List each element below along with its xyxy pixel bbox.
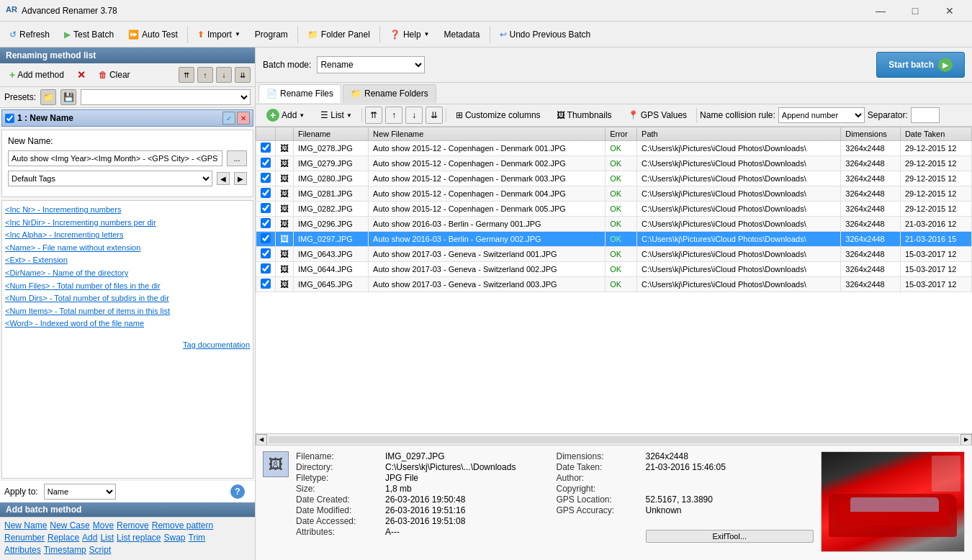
row-checkbox[interactable] <box>261 203 271 213</box>
undo-previous-batch-button[interactable]: ↩ Undo Previous Batch <box>493 24 598 45</box>
attributes-batch-btn[interactable]: Attributes <box>4 545 41 555</box>
new-name-input[interactable] <box>8 150 222 166</box>
maximize-button[interactable]: □ <box>899 0 932 22</box>
tag-inc-nrdir[interactable]: <Inc NrDir> - Incrementing numbers per d… <box>5 217 250 230</box>
replace-batch-btn[interactable]: Replace <box>48 533 79 543</box>
browse-button[interactable]: ... <box>227 150 247 166</box>
program-button[interactable]: Program <box>248 24 294 45</box>
presets-folder-button[interactable]: 📁 <box>40 89 56 105</box>
tab-rename-folders[interactable]: 📁 Rename Folders <box>343 84 436 103</box>
new-case-batch-btn[interactable]: New Case <box>50 520 89 530</box>
clear-x-button[interactable]: ✕ <box>72 66 91 83</box>
tag-dirname[interactable]: <DirName> - Name of the directory <box>5 267 250 280</box>
tag-ext[interactable]: <Ext> - Extension <box>5 254 250 267</box>
move-bottom-button[interactable]: ⇊ <box>235 67 251 83</box>
tag-word[interactable]: <Word> - Indexed word of the file name <box>5 317 250 330</box>
tag-num-files[interactable]: <Num Files> - Total number of files in t… <box>5 280 250 293</box>
remove-batch-btn[interactable]: Remove <box>117 520 149 530</box>
tag-name[interactable]: <Name> - File name without extension <box>5 242 250 255</box>
tab-rename-files[interactable]: 📄 Rename Files <box>258 84 341 103</box>
folder-panel-button[interactable]: 📁 Folder Panel <box>301 24 377 45</box>
row-checkbox[interactable] <box>261 143 271 153</box>
remove-pattern-batch-btn[interactable]: Remove pattern <box>152 520 213 530</box>
import-button[interactable]: ⬆ Import ▼ <box>191 24 247 45</box>
method-checkbox[interactable] <box>5 114 14 123</box>
move-bottom-files-button[interactable]: ⇊ <box>426 107 443 124</box>
move-up-button[interactable]: ↑ <box>197 67 213 83</box>
minimize-button[interactable]: — <box>864 0 897 22</box>
move-up-files-button[interactable]: ↑ <box>385 107 402 124</box>
th-date-taken[interactable]: Date Taken <box>900 127 971 141</box>
row-checkbox[interactable] <box>261 263 271 274</box>
scroll-track[interactable] <box>269 436 959 443</box>
new-name-batch-btn[interactable]: New Name <box>4 520 47 530</box>
th-new-filename[interactable]: New Filename <box>369 127 606 141</box>
move-down-button[interactable]: ↓ <box>216 67 232 83</box>
move-batch-btn[interactable]: Move <box>93 520 114 530</box>
row-checkbox[interactable] <box>261 218 271 228</box>
clear-button[interactable]: 🗑 Clear <box>94 66 135 83</box>
tag-num-dirs[interactable]: <Num Dirs> - Total number of subdirs in … <box>5 292 250 305</box>
method-check-button[interactable]: ✓ <box>222 112 235 125</box>
apply-to-select[interactable]: Name <box>44 484 116 500</box>
row-checkbox[interactable] <box>261 158 271 168</box>
scroll-left-button[interactable]: ◀ <box>256 434 267 446</box>
method-close-button[interactable]: ✕ <box>237 112 250 125</box>
tags-dropdown[interactable]: Default Tags <box>8 171 212 186</box>
list-files-button[interactable]: ☰ List ▼ <box>314 107 359 124</box>
separator-input[interactable] <box>911 107 940 123</box>
list-replace-batch-btn[interactable]: List replace <box>117 533 161 543</box>
renumber-batch-btn[interactable]: Renumber <box>4 533 45 543</box>
add-files-button[interactable]: + Add ▼ <box>260 107 311 124</box>
th-error[interactable]: Error <box>606 127 637 141</box>
table-row[interactable]: 🖼IMG_0279.JPGAuto show 2015-12 - Copenha… <box>256 156 972 171</box>
move-down-files-button[interactable]: ↓ <box>405 107 423 124</box>
presets-select[interactable] <box>81 89 251 105</box>
tag-inc-nr[interactable]: <Inc Nr> - Incrementing numbers <box>5 204 250 217</box>
thumbnails-button[interactable]: 🖼 Thumbnails <box>550 107 618 124</box>
move-top-button[interactable]: ⇈ <box>179 67 194 83</box>
script-batch-btn[interactable]: Script <box>89 545 112 555</box>
move-top-files-button[interactable]: ⇈ <box>365 107 382 124</box>
refresh-button[interactable]: ↺ Refresh <box>3 24 56 45</box>
name-collision-select[interactable]: Append number <box>778 107 865 123</box>
table-row[interactable]: 🖼IMG_0297.JPGAuto show 2016-03 - Berlin … <box>256 232 972 247</box>
start-batch-button[interactable]: Start batch ▶ <box>876 52 965 78</box>
row-checkbox[interactable] <box>261 233 271 243</box>
exif-tool-button[interactable]: ExifTool... <box>646 530 814 543</box>
presets-save-button[interactable]: 💾 <box>60 89 76 105</box>
row-checkbox[interactable] <box>261 279 271 289</box>
customize-columns-button[interactable]: ⊞ Customize columns <box>449 107 547 124</box>
help-button-circle[interactable]: ? <box>230 484 245 499</box>
th-filename[interactable]: Filename <box>294 127 369 141</box>
horizontal-scrollbar[interactable]: ◀ ▶ <box>256 433 972 445</box>
timestamp-batch-btn[interactable]: Timestamp <box>44 545 86 555</box>
auto-test-button[interactable]: ⏩ Auto Test <box>122 24 184 45</box>
th-checkbox[interactable] <box>256 127 276 141</box>
test-batch-button[interactable]: ▶ Test Batch <box>58 24 120 45</box>
help-button[interactable]: ❓ Help ▼ <box>383 24 436 45</box>
table-row[interactable]: 🖼IMG_0644.JPGAuto show 2017-03 - Geneva … <box>256 262 972 277</box>
table-row[interactable]: 🖼IMG_0643.JPGAuto show 2017-03 - Geneva … <box>256 247 972 262</box>
close-button[interactable]: ✕ <box>933 0 966 22</box>
metadata-button[interactable]: Metadata <box>437 24 486 45</box>
swap-batch-btn[interactable]: Swap <box>163 533 185 543</box>
tag-inc-alpha[interactable]: <Inc Alpha> - Incrementing letters <box>5 229 250 242</box>
scroll-right-button[interactable]: ▶ <box>960 434 972 446</box>
row-checkbox[interactable] <box>261 188 271 198</box>
table-row[interactable]: 🖼IMG_0281.JPGAuto show 2015-12 - Copenha… <box>256 186 972 202</box>
trim-batch-btn[interactable]: Trim <box>189 533 206 543</box>
method-item-1[interactable]: 1 : New Name ✓ ✕ <box>1 109 253 127</box>
add-batch-btn[interactable]: Add <box>82 533 97 543</box>
tag-documentation-link[interactable]: Tag documentation <box>183 340 250 349</box>
row-checkbox[interactable] <box>261 173 271 183</box>
table-row[interactable]: 🖼IMG_0645.JPGAuto show 2017-03 - Geneva … <box>256 277 972 292</box>
table-row[interactable]: 🖼IMG_0280.JPGAuto show 2015-12 - Copenha… <box>256 171 972 186</box>
tags-prev-button[interactable]: ◀ <box>217 172 230 185</box>
list-batch-btn[interactable]: List <box>100 533 114 543</box>
table-row[interactable]: 🖼IMG_0278.JPGAuto show 2015-12 - Copenha… <box>256 141 972 156</box>
th-path[interactable]: Path <box>637 127 841 141</box>
gps-values-button[interactable]: 📍 GPS Values <box>621 107 693 124</box>
add-method-button[interactable]: + Add method <box>4 66 69 83</box>
table-row[interactable]: 🖼IMG_0282.JPGAuto show 2015-12 - Copenha… <box>256 202 972 217</box>
